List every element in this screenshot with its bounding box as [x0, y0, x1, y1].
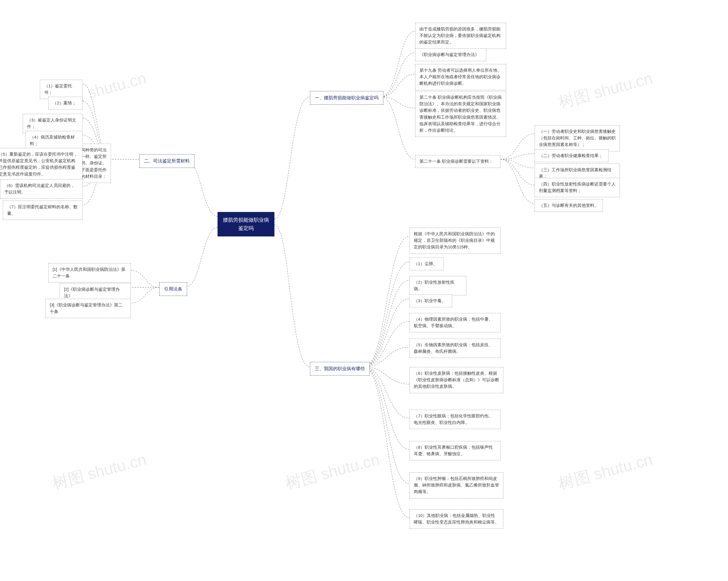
b3-leaf-9: （9）职业性肿瘤：包括石棉所致肺癌和间皮瘤、砷所致肺癌和皮肤病、氯乙烯所致肝血管…	[410, 472, 503, 499]
b1-leaf-1: 由于造成腰肌劳损的原因很多，腰肌劳损能不能认定为职业病，要依据职业病鉴定机构的鉴…	[415, 23, 506, 49]
b1-5-leaf-2: （二）劳动者职业健康检查结果；	[535, 149, 608, 162]
branch-3[interactable]: 三、我国的职业病有哪些	[310, 362, 370, 376]
watermark: 树图 shutu.cn	[283, 449, 382, 495]
b2-leaf-4: （4）病历及辅助检查材料；	[26, 131, 82, 150]
b3-leaf-10: （10）其他职业病：包括金属烟热、职业性哮喘、职业性变态反应性肺泡炎和棉尘病等。	[410, 509, 503, 529]
watermark: 树图 shutu.cn	[50, 449, 149, 495]
b3-leaf-4: （4）物理因素所致的职业病：包括中暑、航空病、手臂振动病。	[410, 313, 500, 332]
b4-leaf-1: [1]《中华人民共和国职业病防治法》第二十一条	[48, 263, 131, 282]
branch-4[interactable]: 引用法条	[159, 282, 187, 296]
b3-leaf-1: （1）尘肺。	[410, 257, 444, 270]
b3-leaf-8: （8）职业性耳鼻喉口腔疾病：包括噪声性耳聋、铬鼻病、牙酸蚀症。	[410, 441, 500, 460]
b3-leaf-6: （6）职业性皮肤病：包括接触性皮炎、根据《职业性皮肤病诊断标准（总则）》可以诊断…	[410, 367, 503, 393]
b2-leaf-7: （7）应注明委托鉴定材料的名称、数量。	[3, 201, 82, 220]
b3-leaf-5: （5）生物因素所致的职业病：包括炭疽、森林脑炎、布氏杆菌病。	[410, 338, 500, 358]
b2-leaf-2: （2）案情；	[48, 97, 82, 109]
b3-intro: 根据《中华人民共和国职业病防治法》中的规定，原卫生部颁布的《职业病目录》中规定的…	[410, 228, 500, 254]
b2-leaf-6: （6）需该机构司法鉴定人员回避的，予以注明。	[0, 179, 82, 199]
b2-leaf-3: （3）被鉴定人身份证明文件；	[23, 114, 82, 133]
b2-leaf-1: （1）鉴定委托书；	[40, 80, 82, 99]
b4-leaf-3: [3]《职业病诊断与鉴定管理办法》第二十条	[46, 299, 131, 318]
b1-5-leaf-4: （四）职业性放射性疾病诊断还需要个人剂量监测档案等资料；	[535, 178, 620, 197]
branch-1[interactable]: 一、腰肌劳损能做职业病鉴定吗	[310, 91, 383, 105]
b1-5-leaf-1: （一）劳动者职业史和职业病危害接触史（包括在岗时间、工种、岗位、接触的职业病危害…	[535, 125, 620, 151]
b1-5-leaf-5: （五）与诊断有关的其他资料。	[535, 199, 603, 212]
b3-leaf-3: （3）职业中毒。	[410, 295, 452, 307]
b1-leaf-4: 第二十条 职业病诊断机构应当按照《职业病防治法》、本办法的有关规定和国家职业病诊…	[415, 91, 506, 137]
b3-leaf-2: （2）职业性放射性疾病。	[410, 276, 466, 295]
root-node[interactable]: 腰肌劳损能做职业病鉴定吗	[217, 212, 275, 236]
watermark: 树图 shutu.cn	[556, 449, 655, 495]
b1-leaf-2: 《职业病诊断与鉴定管理办法》	[415, 48, 486, 61]
watermark: 树图 shutu.cn	[556, 68, 655, 113]
b2-leaf-5: （5）重新鉴定的，应该在委托书中注明，并提供原鉴定意见书；公安机关鉴定机构已作损…	[0, 148, 82, 181]
b1-leaf-3: 第十九条 劳动者可以选择用人单位所在地、本人户籍所在地或者经常居住地的职业病诊断…	[415, 64, 506, 90]
branch-2[interactable]: 二、司法鉴定所需材料	[139, 154, 194, 168]
b3-leaf-7: （7）职业性眼病：包括化学性眼部灼伤、电光性眼炎、职业性白内障。	[410, 410, 500, 429]
b1-leaf-5[interactable]: 第二十一条 职业病诊断需要以下资料：	[415, 155, 500, 168]
